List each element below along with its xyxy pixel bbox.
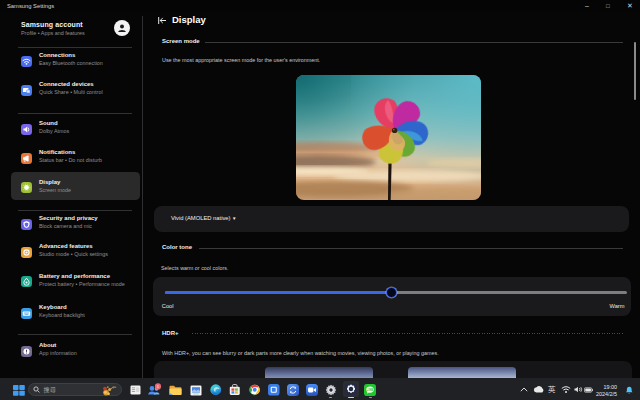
svg-text:LINE: LINE [366, 387, 373, 391]
